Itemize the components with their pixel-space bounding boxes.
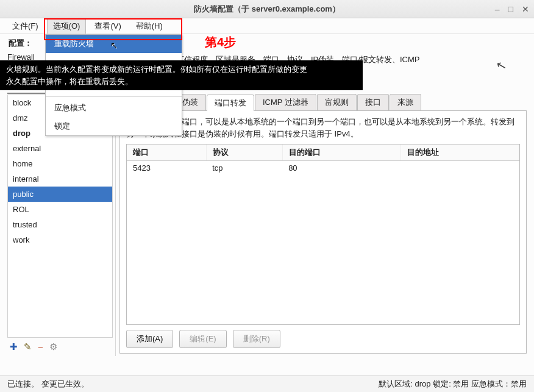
edit-button[interactable]: 编辑(E) bbox=[179, 330, 226, 348]
dropdown-reload-label: 重载防火墙 bbox=[54, 39, 94, 48]
close-icon[interactable]: ✕ bbox=[522, 4, 529, 14]
menu-view[interactable]: 查看(V) bbox=[88, 19, 127, 34]
window-title: 防火墙配置（于 server0.example.com） bbox=[194, 4, 340, 15]
menubar: 文件(F) 选项(O) 查看(V) 帮助(H) bbox=[0, 18, 534, 34]
dropdown-lockdown[interactable]: 锁定 bbox=[46, 117, 182, 135]
remove-button[interactable]: 删除(R) bbox=[233, 330, 280, 348]
status-right: 默认区域: drop 锁定: 禁用 应急模式：禁用 bbox=[379, 379, 527, 390]
zone-item-public[interactable]: public bbox=[8, 187, 112, 202]
port-forward-description: 添加条目来转发端口，可以是从本地系统的一个端口到另一个端口，也可以是从本地系统到… bbox=[126, 116, 520, 140]
edit-zone-icon[interactable]: ✎ bbox=[24, 341, 32, 352]
cell-dst_port: 80 bbox=[282, 161, 400, 176]
panel-buttons: 添加(A) 编辑(E) 删除(R) bbox=[126, 325, 520, 348]
tabs: 伪装端口转发ICMP 过滤器富规则接口来源 bbox=[174, 94, 527, 111]
window-controls: – □ ✕ bbox=[495, 0, 529, 18]
table-row[interactable]: 5423tcp80 bbox=[127, 161, 519, 176]
zone-item-work[interactable]: work bbox=[8, 232, 112, 248]
port-forward-table[interactable]: 端口协议目的端口目的地址 5423tcp80 bbox=[126, 144, 520, 325]
maximize-icon[interactable]: □ bbox=[508, 4, 513, 14]
add-button[interactable]: 添加(A) bbox=[126, 330, 173, 348]
zone-item-external[interactable]: external bbox=[8, 141, 112, 156]
tab-4[interactable]: 接口 bbox=[357, 94, 389, 110]
remove-zone-icon[interactable]: − bbox=[38, 342, 43, 352]
tooltip-line1: 火墙规则。当前永久配置将变成新的运行时配置。例如所有仅在运行时配置所做的变更 bbox=[6, 63, 357, 76]
col-header[interactable]: 协议 bbox=[206, 144, 282, 161]
minimize-icon[interactable]: – bbox=[495, 4, 500, 14]
menu-options[interactable]: 选项(O) bbox=[47, 19, 87, 34]
tab-2[interactable]: ICMP 过滤器 bbox=[255, 94, 316, 110]
port-forward-panel: 添加条目来转发端口，可以是从本地系统的一个端口到另一个端口，也可以是从本地系统到… bbox=[119, 111, 527, 354]
cell-dst_addr bbox=[400, 161, 519, 176]
cursor-icon: ↖ bbox=[110, 40, 118, 50]
tab-1[interactable]: 端口转发 bbox=[207, 94, 254, 111]
col-header[interactable]: 目的地址 bbox=[400, 144, 519, 161]
titlebar: 防火墙配置（于 server0.example.com） – □ ✕ bbox=[0, 0, 534, 18]
zone-item-internal[interactable]: internal bbox=[8, 171, 112, 187]
dropdown-reload-firewall[interactable]: 重载防火墙 ↖ bbox=[46, 35, 182, 53]
zone-item-home[interactable]: home bbox=[8, 156, 112, 171]
statusbar: 已连接。 变更已生效。 默认区域: drop 锁定: 禁用 应急模式：禁用 bbox=[0, 376, 534, 392]
sidebar-tools: ✚ ✎ − ⚙ bbox=[7, 338, 113, 356]
cell-proto: tcp bbox=[206, 161, 282, 176]
menu-file[interactable]: 文件(F) bbox=[6, 19, 44, 34]
tooltip-overlay: 火墙规则。当前永久配置将变成新的运行时配置。例如所有仅在运行时配置所做的变更 永… bbox=[0, 60, 363, 90]
zone-item-rol[interactable]: ROL bbox=[8, 202, 112, 217]
dropdown-emergency-mode[interactable]: 应急模式 bbox=[46, 99, 182, 117]
tab-5[interactable]: 来源 bbox=[390, 94, 421, 110]
dropdown-separator bbox=[46, 96, 182, 97]
cell-port: 5423 bbox=[127, 161, 206, 176]
add-zone-icon[interactable]: ✚ bbox=[10, 341, 18, 352]
tab-3[interactable]: 富规则 bbox=[317, 94, 357, 110]
config-zone-icon[interactable]: ⚙ bbox=[49, 341, 57, 352]
tooltip-line2: 永久配置中操作，将在重载后丢失。 bbox=[6, 76, 357, 88]
config-label: 配置： bbox=[9, 38, 32, 49]
zone-item-trusted[interactable]: trusted bbox=[8, 217, 112, 232]
menu-help[interactable]: 帮助(H) bbox=[130, 19, 169, 34]
col-header[interactable]: 目的端口 bbox=[282, 144, 400, 161]
status-left: 已连接。 变更已生效。 bbox=[7, 379, 89, 390]
col-header[interactable]: 端口 bbox=[127, 144, 206, 161]
